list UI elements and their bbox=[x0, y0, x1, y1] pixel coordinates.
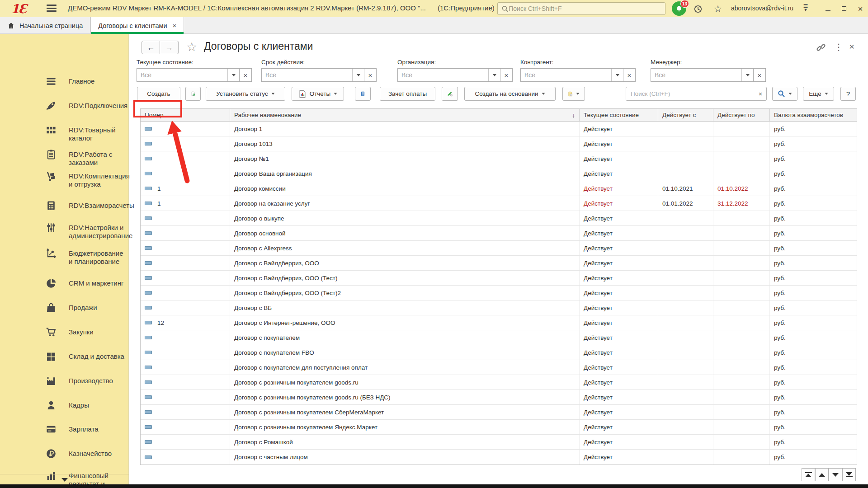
table-row[interactable]: Договор с покупателем для поступления оп… bbox=[141, 360, 857, 375]
back-button[interactable]: ← bbox=[142, 41, 160, 54]
filter-combobox[interactable] bbox=[137, 68, 240, 82]
tab-home[interactable]: Начальная страница bbox=[0, 17, 90, 34]
sidebar-item-2[interactable]: RDV:Подключения bbox=[0, 100, 129, 112]
table-row[interactable]: Договор Ваша организацияДействуетруб. bbox=[141, 166, 857, 181]
filter-clear-button[interactable]: × bbox=[754, 68, 766, 82]
tab-close-icon[interactable]: × bbox=[173, 22, 177, 29]
table-row[interactable]: Договор с розничным покупателем СберМега… bbox=[141, 405, 857, 420]
filter-input[interactable] bbox=[262, 71, 352, 79]
scroll-up-button[interactable] bbox=[815, 468, 829, 481]
clear-search-icon[interactable]: × bbox=[755, 90, 766, 98]
filter-input[interactable] bbox=[137, 71, 227, 79]
filter-combobox[interactable] bbox=[651, 68, 754, 82]
sidebar-item-11[interactable]: Закупки bbox=[0, 326, 129, 338]
document-journal-button[interactable] bbox=[562, 87, 585, 101]
user-email[interactable]: aborovtsova@rdv-it.ru bbox=[731, 5, 793, 12]
filter-clear-button[interactable]: × bbox=[623, 68, 636, 82]
column-header-5[interactable]: Действует по bbox=[713, 109, 770, 121]
column-header-3[interactable]: Текущее состояние bbox=[580, 109, 658, 121]
list-search-input[interactable] bbox=[626, 90, 755, 97]
forward-button[interactable]: → bbox=[160, 41, 179, 54]
scroll-down-button[interactable] bbox=[829, 468, 842, 481]
notifications-button[interactable]: 13 bbox=[672, 1, 687, 17]
column-header-4[interactable]: Действует с bbox=[658, 109, 713, 121]
sidebar-item-4[interactable]: RDV:Работа с заказами bbox=[0, 149, 129, 167]
list-search-box[interactable]: × bbox=[626, 87, 767, 101]
create-button[interactable]: Создать bbox=[137, 87, 180, 101]
set-status-button[interactable]: Установить статус bbox=[206, 87, 285, 101]
table-row[interactable]: Договор с Вайлдберриз, ООО (Тест)2Действ… bbox=[141, 286, 857, 300]
table-row[interactable]: Договор 1013Действуетруб. bbox=[141, 136, 857, 151]
table-row[interactable]: Договор с ВБДействуетруб. bbox=[141, 300, 857, 315]
table-row[interactable]: Договор с РомашкойДействуетруб. bbox=[141, 435, 857, 450]
table-row[interactable]: Договор 1Действуетруб. bbox=[141, 122, 857, 136]
more-menu-kebab-icon[interactable]: ⋮ bbox=[834, 42, 843, 52]
list-settings-button[interactable] bbox=[355, 87, 371, 101]
edit-schedule-button[interactable] bbox=[442, 87, 458, 101]
sidebar-item-3[interactable]: RDV:Товарный каталог bbox=[0, 124, 129, 142]
sidebar-item-10[interactable]: Продажи bbox=[0, 302, 129, 314]
filter-input[interactable] bbox=[521, 71, 611, 79]
filter-clear-button[interactable]: × bbox=[364, 68, 377, 82]
filter-combobox[interactable] bbox=[261, 68, 364, 82]
table-row[interactable]: Договор с розничным покупателем goods.ru… bbox=[141, 375, 857, 390]
column-header-2[interactable]: Рабочее наименование↓ bbox=[230, 109, 580, 121]
minimize-button[interactable] bbox=[822, 4, 833, 14]
combo-dropdown-button[interactable] bbox=[741, 69, 753, 81]
column-header-6[interactable]: Валюта взаиморасчетов bbox=[770, 109, 858, 121]
sidebar-expand-button[interactable] bbox=[0, 474, 129, 485]
filter-input[interactable] bbox=[398, 71, 488, 79]
table-row[interactable]: Договор с Вайлдберриз, ООО (Тест)Действу… bbox=[141, 271, 857, 286]
sidebar-item-9[interactable]: CRM и маркетинг bbox=[0, 277, 129, 289]
filter-clear-button[interactable]: × bbox=[500, 68, 513, 82]
table-row[interactable]: Договор с AliexpressДействуетруб. bbox=[141, 241, 857, 256]
service-menu-icon[interactable]: ≡▼ bbox=[800, 3, 811, 14]
combo-dropdown-button[interactable] bbox=[227, 69, 239, 81]
table-row[interactable]: Договор с Вайлдберриз, ОООДействуетруб. bbox=[141, 256, 857, 271]
table-row[interactable]: Договор №1Действуетруб. bbox=[141, 151, 857, 166]
global-search-box[interactable] bbox=[497, 2, 665, 15]
table-row[interactable]: Договор основнойДействуетруб. bbox=[141, 226, 857, 241]
sidebar-item-7[interactable]: RDV:Настройки и администрирование bbox=[0, 222, 129, 240]
sidebar-item-6[interactable]: RDV:Взаиморасчеты bbox=[0, 200, 129, 211]
sidebar-item-13[interactable]: Производство bbox=[0, 375, 129, 387]
table-row[interactable]: Договор с покупателем FBOДействуетруб. bbox=[141, 345, 857, 360]
global-search-input[interactable] bbox=[509, 5, 661, 12]
combo-dropdown-button[interactable] bbox=[488, 69, 500, 81]
sidebar-item-8[interactable]: Бюджетирование и планирование bbox=[0, 248, 129, 266]
table-row[interactable]: 12Договор с Интернет-решение, ОООДейству… bbox=[141, 315, 857, 330]
more-button[interactable]: Еще bbox=[803, 87, 834, 101]
filter-combobox[interactable] bbox=[520, 68, 623, 82]
column-header-1[interactable]: Номер bbox=[141, 109, 230, 121]
sidebar-item-12[interactable]: Склад и доставка bbox=[0, 351, 129, 362]
table-row[interactable]: Договор о выкупеДействуетруб. bbox=[141, 211, 857, 226]
table-row[interactable]: Договор с покупателемДействуетруб. bbox=[141, 330, 857, 345]
sidebar-item-15[interactable]: Зарплата bbox=[0, 423, 129, 435]
close-window-button[interactable]: × bbox=[855, 4, 866, 14]
favorites-star-icon[interactable]: ☆ bbox=[712, 4, 723, 14]
add-to-favorites-icon[interactable]: ☆ bbox=[186, 40, 197, 54]
filter-combobox[interactable] bbox=[397, 68, 500, 82]
tab-contracts[interactable]: Договоры с клиентами × bbox=[90, 17, 184, 34]
table-row[interactable]: Договор с розничным покупателем Яндекс.М… bbox=[141, 420, 857, 435]
main-menu-icon[interactable] bbox=[47, 5, 57, 12]
payment-offset-button[interactable]: Зачет оплаты bbox=[380, 87, 435, 101]
sidebar-item-5[interactable]: RDV:Комплектация и отгрузка bbox=[0, 170, 129, 188]
combo-dropdown-button[interactable] bbox=[611, 69, 623, 81]
find-button[interactable] bbox=[772, 87, 797, 101]
scroll-to-top-button[interactable] bbox=[802, 468, 815, 481]
get-link-icon[interactable] bbox=[816, 42, 826, 52]
table-row[interactable]: Договор с частным лицомДействуетруб. bbox=[141, 450, 857, 465]
filter-input[interactable] bbox=[651, 71, 741, 79]
table-row[interactable]: 1Договор на оказание услугДействует01.01… bbox=[141, 196, 857, 211]
reports-button[interactable]: Отчеты bbox=[292, 87, 344, 101]
table-row[interactable]: 1Договор комиссииДействует01.10.202101.1… bbox=[141, 181, 857, 196]
sidebar-item-16[interactable]: Казначейство bbox=[0, 448, 129, 460]
history-icon[interactable] bbox=[693, 4, 703, 14]
create-group-button[interactable] bbox=[185, 87, 201, 101]
sidebar-item-1[interactable]: Главное bbox=[0, 75, 129, 87]
table-row[interactable]: Договор с розничным покупателем goods.ru… bbox=[141, 390, 857, 405]
combo-dropdown-button[interactable] bbox=[352, 69, 364, 81]
scroll-to-bottom-button[interactable] bbox=[842, 468, 856, 481]
help-button[interactable]: ? bbox=[840, 87, 856, 101]
